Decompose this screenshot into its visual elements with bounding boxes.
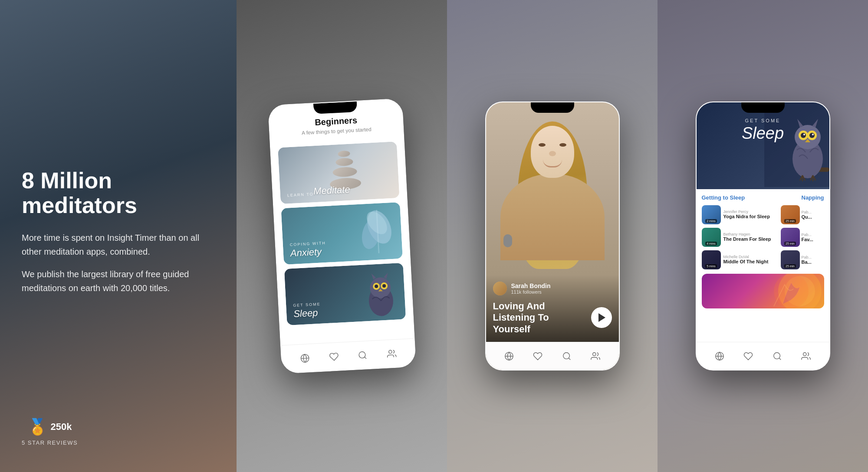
bottom-nav-4 bbox=[697, 342, 829, 370]
notch-4 bbox=[741, 102, 785, 113]
stone-3 bbox=[332, 167, 357, 177]
svg-marker-12 bbox=[383, 273, 388, 279]
nap-item-2[interactable]: 25 min Pab... Fav... bbox=[781, 228, 824, 247]
phone-4: GET SOME Sleep Getting to Sleep Napping bbox=[696, 102, 830, 370]
profile-icon-3[interactable] bbox=[588, 348, 603, 364]
laurel-left-icon: 🏅 bbox=[28, 418, 47, 436]
get-some-label: GET SOME bbox=[697, 118, 829, 123]
profile-icon-4[interactable] bbox=[798, 348, 814, 364]
track-thumb-3: 5 mins bbox=[702, 250, 721, 269]
play-icon bbox=[598, 313, 605, 322]
meditate-card[interactable]: LEARN TO Meditate bbox=[278, 141, 399, 204]
badge-number: 250k bbox=[51, 421, 72, 433]
heart-icon[interactable] bbox=[326, 348, 342, 365]
napping-list: 25 min Pab... Qu... 25 min bbox=[781, 205, 824, 269]
eye-right bbox=[559, 143, 566, 147]
track-info-2: Bethany Hagen The Dream For Sleep bbox=[723, 232, 771, 242]
track-name-2: The Dream For Sleep bbox=[723, 236, 771, 242]
nap-mins-1: 25 min bbox=[784, 219, 796, 223]
nap-item-1[interactable]: 25 min Pab... Qu... bbox=[781, 205, 824, 224]
play-button[interactable] bbox=[591, 307, 612, 328]
panel-2: Beginners A few things to get you starte… bbox=[237, 0, 447, 472]
profile-content: Sarah Bondin 111k followers Loving And L… bbox=[486, 102, 619, 370]
track-info-1: Jennifer Percy Yoga Nidra for Sleep bbox=[723, 210, 770, 220]
notch-3 bbox=[531, 102, 574, 113]
user-row: Sarah Bondin 111k followers bbox=[493, 282, 612, 295]
search-icon-4[interactable] bbox=[769, 348, 785, 364]
panel-4: GET SOME Sleep Getting to Sleep Napping bbox=[658, 0, 868, 472]
description-2: We publish the largest library of free g… bbox=[22, 267, 215, 295]
track-mins-3: 5 mins bbox=[705, 264, 717, 268]
nap-info-2: Pab... Fav... bbox=[802, 233, 813, 242]
nap-artist-3: Pab... bbox=[802, 255, 812, 259]
profile-overlay: Sarah Bondin 111k followers Loving And L… bbox=[486, 275, 619, 342]
eye-left bbox=[539, 143, 546, 147]
getting-sleep-list: 2 mins Jennifer Percy Yoga Nidra for Sle… bbox=[702, 205, 778, 269]
svg-point-14 bbox=[359, 351, 365, 358]
description-1: More time is spent on Insight Timer than… bbox=[22, 231, 215, 259]
panel-3: Sarah Bondin 111k followers Loving And L… bbox=[447, 0, 658, 472]
nap-thumb-1: 25 min bbox=[781, 205, 800, 224]
panel-1: 8 Millionmeditators More time is spent o… bbox=[0, 0, 237, 472]
leaf-svg bbox=[352, 209, 398, 254]
svg-point-16 bbox=[388, 350, 392, 354]
user-name: Sarah Bondin bbox=[511, 282, 551, 289]
card-2-large: Anxiety bbox=[290, 246, 326, 259]
user-info: Sarah Bondin 111k followers bbox=[511, 282, 551, 295]
svg-line-15 bbox=[365, 357, 366, 358]
badge-text: 5 STAR REVIEWS bbox=[22, 439, 78, 446]
svg-point-38 bbox=[774, 352, 780, 359]
track-name-1: Yoga Nidra for Sleep bbox=[723, 214, 770, 220]
napping-title: Napping bbox=[802, 194, 824, 201]
laurel-badge: 🏅 250k bbox=[28, 418, 72, 436]
profile-icon[interactable] bbox=[383, 345, 400, 362]
sleep-content: GET SOME Sleep Getting to Sleep Napping bbox=[697, 102, 829, 370]
phone-2: Beginners A few things to get you starte… bbox=[267, 98, 416, 374]
avatar bbox=[493, 282, 507, 295]
heart-icon-3[interactable] bbox=[530, 348, 546, 364]
sleep-content-body: Getting to Sleep Napping 2 mins Jenni bbox=[697, 189, 829, 342]
stone-2 bbox=[335, 157, 353, 166]
anxiety-card[interactable]: COPING WITH Anxiety bbox=[281, 202, 402, 265]
sleep-header-text: GET SOME Sleep bbox=[697, 118, 829, 143]
sleep-banner[interactable] bbox=[702, 274, 824, 308]
bracelet bbox=[503, 234, 512, 247]
nap-artist-1: Pab... bbox=[802, 210, 812, 214]
phone-3: Sarah Bondin 111k followers Loving And L… bbox=[485, 102, 620, 370]
nap-mins-3: 25 min bbox=[784, 264, 796, 268]
track-item-1[interactable]: 2 mins Jennifer Percy Yoga Nidra for Sle… bbox=[702, 205, 778, 224]
globe-icon-3[interactable] bbox=[501, 348, 517, 364]
sleep-card[interactable]: GET SOME Sleep bbox=[284, 263, 405, 325]
search-icon[interactable] bbox=[354, 347, 371, 363]
nap-name-2: Fav... bbox=[802, 237, 813, 242]
track-mins-2: 4 mins bbox=[705, 242, 717, 246]
mouth bbox=[543, 160, 562, 167]
track-item-3[interactable]: 5 mins Michelle DuVal Middle Of The Nigh… bbox=[702, 250, 778, 269]
track-info-3: Michelle DuVal Middle Of The Night bbox=[723, 255, 769, 265]
svg-marker-11 bbox=[371, 273, 376, 280]
badge-area: 🏅 250k 5 STAR REVIEWS bbox=[22, 418, 78, 446]
nap-info-3: Pab... Ba... bbox=[802, 255, 812, 265]
card-list: LEARN TO Meditate bbox=[270, 138, 413, 329]
nap-thumb-3: 25 min bbox=[781, 250, 800, 269]
svg-point-20 bbox=[593, 352, 596, 355]
track-item-2[interactable]: 4 mins Bethany Hagen The Dream For Sleep bbox=[702, 228, 778, 247]
heart-icon-4[interactable] bbox=[740, 348, 756, 364]
followers: 111k followers bbox=[511, 289, 551, 295]
globe-icon-4[interactable] bbox=[712, 348, 727, 364]
nap-item-3[interactable]: 25 min Pab... Ba... bbox=[781, 250, 824, 269]
sleep-header: GET SOME Sleep bbox=[697, 102, 829, 189]
track-row: Loving And Listening To Yourself bbox=[493, 301, 612, 335]
track-thumb-2: 4 mins bbox=[702, 228, 721, 247]
track-artist-1: Jennifer Percy bbox=[723, 210, 770, 214]
search-icon-3[interactable] bbox=[559, 348, 575, 364]
nap-artist-2: Pab... bbox=[802, 233, 813, 237]
nap-thumb-2: 25 min bbox=[781, 228, 800, 247]
card-1-large: Meditate bbox=[313, 184, 350, 197]
globe-icon[interactable] bbox=[296, 350, 313, 366]
owl-svg bbox=[355, 265, 401, 319]
panel-1-content: 8 Millionmeditators More time is spent o… bbox=[22, 168, 215, 304]
svg-rect-21 bbox=[764, 102, 829, 187]
nap-name-1: Qu... bbox=[802, 214, 812, 220]
svg-line-19 bbox=[569, 358, 570, 360]
